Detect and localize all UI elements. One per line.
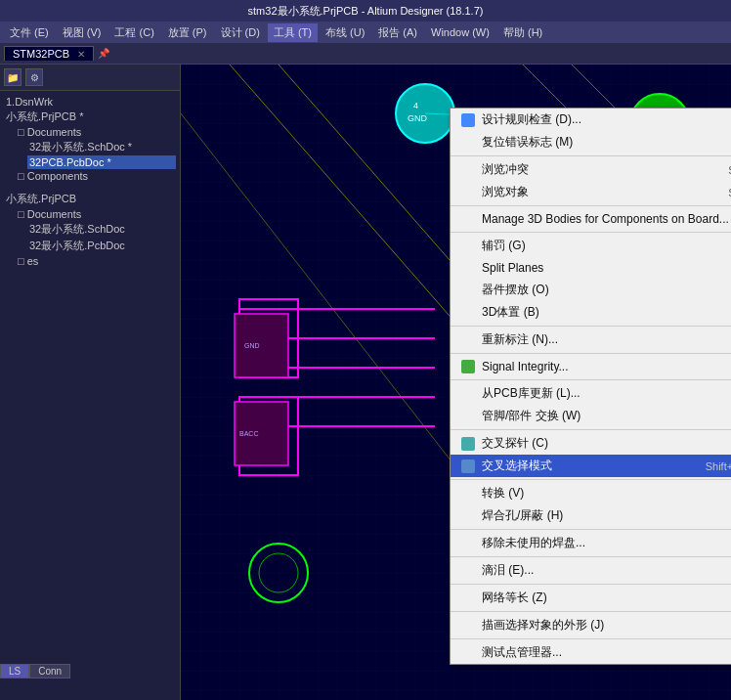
tree-item-schDoc2[interactable]: 32最小系统.SchDoc: [27, 221, 176, 238]
tree-item-pcbDoc[interactable]: 32PCB.PcbDoc *: [27, 155, 176, 169]
toolbar-area: STM32PCB ✕ 📌: [0, 43, 731, 65]
menu-manage-3d[interactable]: Manage 3D Bodies for Components on Board…: [451, 208, 731, 230]
convert-label: 转换 (V): [482, 485, 524, 502]
manage-3d-label: Manage 3D Bodies for Components on Board…: [482, 212, 729, 226]
menu-cross-select[interactable]: 交叉选择模式 Shift+Ctrl+X: [451, 455, 731, 477]
tree-item-components1[interactable]: □ Components: [16, 169, 176, 183]
menu-design[interactable]: 设计 (D): [215, 23, 266, 42]
toolbar-pin-icon[interactable]: 📌: [98, 48, 109, 59]
menu-report[interactable]: 报告 (A): [372, 23, 423, 42]
menu-convert[interactable]: 转换 (V) ▶: [451, 482, 731, 504]
menu-draw-outline[interactable]: 描画选择对象的外形 (J): [451, 614, 731, 636]
menu-file[interactable]: 文件 (E): [4, 23, 55, 42]
menu-weld[interactable]: 焊合孔/屏蔽 (H) ▶: [451, 504, 731, 527]
sep9: [451, 529, 731, 530]
sidebar-icons: 📁 ⚙: [0, 65, 180, 91]
menu-pin-swap[interactable]: 管脚/部件 交换 (W) ▶: [451, 405, 731, 427]
tree-item-documents2[interactable]: □ Documents: [16, 207, 176, 221]
signal-icon: [458, 359, 478, 374]
teardrops-icon-space: [458, 563, 478, 579]
browse-objects-icon-space: [458, 185, 478, 200]
menu-teardrops[interactable]: 滴泪 (E)...: [451, 559, 731, 582]
menu-remove-pads[interactable]: 移除未使用的焊盘...: [451, 532, 731, 554]
cross-probe-label: 交叉探针 (C): [482, 435, 548, 452]
sep4: [451, 326, 731, 327]
tree-item-prjpcb2[interactable]: 小系统.PrjPCB: [4, 191, 176, 207]
menu-reset-errors[interactable]: 复位错误标志 (M): [451, 131, 731, 153]
sep10: [451, 556, 731, 557]
menu-view[interactable]: 视图 (V): [57, 23, 108, 42]
remove-pads-label: 移除未使用的焊盘...: [482, 535, 585, 551]
drc-label: 设计规则检查 (D)...: [482, 111, 581, 128]
manage-3d-icon-space: [458, 211, 478, 227]
menu-browse-conflicts[interactable]: 浏览冲突 Shift+V: [451, 158, 731, 181]
menu-place[interactable]: 放置 (P): [162, 23, 213, 42]
pin-swap-icon-space: [458, 409, 478, 424]
sidebar-tree: 1.DsnWrk 小系统.PrjPCB * □ Documents 32最小系统…: [0, 91, 180, 700]
tree-item-dsnwrk[interactable]: 1.DsnWrk: [4, 95, 176, 109]
menu-split-planes[interactable]: Split Planes ▶: [451, 257, 731, 279]
svg-text:GND: GND: [408, 113, 428, 123]
main-area: 📁 ⚙ 1.DsnWrk 小系统.PrjPCB * □ Documents 32…: [0, 65, 731, 700]
pin-icon[interactable]: ✕: [77, 49, 85, 60]
sep5: [451, 353, 731, 354]
cross-select-shortcut: Shift+Ctrl+X: [706, 460, 731, 472]
menu-update-from-lib[interactable]: 从PCB库更新 (L)...: [451, 382, 731, 405]
sidebar-gear-icon[interactable]: ⚙: [25, 68, 43, 86]
3d-body-label: 3D体置 (B): [482, 304, 539, 321]
svg-text:4: 4: [413, 101, 418, 110]
reset-icon-space: [458, 135, 478, 151]
svg-text:BACC: BACC: [239, 430, 258, 437]
3d-body-icon-space: [458, 305, 478, 321]
cross-probe-icon: [458, 436, 478, 452]
sep13: [451, 638, 731, 639]
conn-tab[interactable]: Conn: [29, 664, 70, 678]
sidebar-bottom-tabs: LS Conn: [0, 664, 70, 678]
convert-icon-space: [458, 486, 478, 502]
pin-swap-label: 管脚/部件 交换 (W): [482, 408, 580, 424]
reset-label: 复位错误标志 (M): [482, 134, 573, 151]
tree-item-documents1[interactable]: □ Documents: [16, 125, 176, 139]
menu-route[interactable]: 布线 (U): [320, 23, 370, 42]
pcb-tab-label: STM32PCB: [13, 48, 69, 60]
menu-reannotate[interactable]: 重新标注 (N)...: [451, 328, 731, 351]
menu-tools[interactable]: 工具 (T): [268, 23, 318, 42]
comp-place-icon-space: [458, 283, 478, 298]
sep12: [451, 611, 731, 612]
test-point-icon-space: [458, 645, 478, 661]
browse-objects-label: 浏览对象: [482, 184, 529, 200]
assist-label: 辅罚 (G): [482, 238, 526, 254]
menu-project[interactable]: 工程 (C): [108, 23, 159, 42]
tree-item-es[interactable]: □ es: [16, 254, 176, 268]
menu-design-rule-check[interactable]: 设计规则检查 (D)...: [451, 109, 731, 131]
menu-assist[interactable]: 辅罚 (G) ▶: [451, 235, 731, 257]
sep8: [451, 479, 731, 480]
split-planes-label: Split Planes: [482, 261, 543, 275]
menu-3d-body[interactable]: 3D体置 (B) ▶: [451, 301, 731, 324]
menu-component-place[interactable]: 器件摆放 (O) ▶: [451, 279, 731, 301]
sep1: [451, 155, 731, 156]
menu-cross-probe[interactable]: 交叉探针 (C): [451, 432, 731, 455]
menu-signal-integrity[interactable]: Signal Integrity...: [451, 356, 731, 377]
svg-rect-30: [235, 314, 288, 377]
tree-item-prjpcb[interactable]: 小系统.PrjPCB *: [4, 109, 176, 125]
sidebar-folder-icon[interactable]: 📁: [4, 68, 22, 86]
menu-window[interactable]: Window (W): [425, 24, 495, 40]
menu-test-point[interactable]: 测试点管理器...: [451, 641, 731, 664]
comp-place-label: 器件摆放 (O): [482, 282, 549, 298]
stm32pcb-tab[interactable]: STM32PCB ✕: [4, 46, 94, 61]
sep3: [451, 232, 731, 233]
update-lib-icon-space: [458, 386, 478, 402]
split-planes-icon-space: [458, 260, 478, 276]
menu-help[interactable]: 帮助 (H): [497, 23, 548, 42]
tools-menu[interactable]: 设计规则检查 (D)... 复位错误标志 (M) 浏览冲突 Shift+V: [450, 108, 731, 665]
menu-net-length[interactable]: 网络等长 (Z): [451, 587, 731, 609]
sep2: [451, 205, 731, 206]
menu-browse-objects[interactable]: 浏览对象 Shift+X: [451, 181, 731, 203]
tree-item-pcbDoc2[interactable]: 32最小系统.PcbDoc: [27, 238, 176, 254]
tree-item-schDoc[interactable]: 32最小系统.SchDoc *: [27, 139, 176, 155]
signal-label: Signal Integrity...: [482, 360, 569, 373]
ls-tab[interactable]: LS: [0, 664, 29, 678]
browse-conflicts-icon-space: [458, 162, 478, 178]
weld-label: 焊合孔/屏蔽 (H): [482, 507, 563, 524]
